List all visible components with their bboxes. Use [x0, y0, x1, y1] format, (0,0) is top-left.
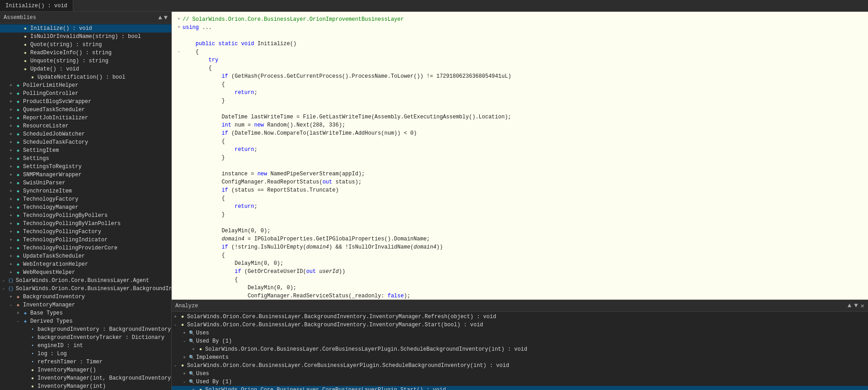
tree-item[interactable]: +◆UpdateTaskScheduler [0, 252, 171, 260]
tree-expander[interactable]: + [7, 116, 14, 121]
tree-item[interactable]: +◆PollerLimitHelper [0, 81, 171, 89]
analyze-item[interactable]: +🔍Uses [172, 370, 868, 378]
tree-item[interactable]: -{}SolarWinds.Orion.Core.BusinessLayer.A… [0, 277, 171, 285]
tree-item[interactable]: ▪engineID : int [0, 342, 171, 350]
tree-item[interactable]: ●Quote(string) : string [0, 41, 171, 49]
analyze-close-icon[interactable]: ✕ [861, 302, 864, 310]
tree-item[interactable]: +◆WebIntegrationHelper [0, 260, 171, 268]
assemblies-tree[interactable]: ●Initialize() : void ●IsNullOrInvalidNam… [0, 23, 171, 390]
tree-item[interactable]: +◆TechnologyPollingIndicator [0, 236, 171, 244]
analyze-item[interactable]: +🔍Uses [172, 329, 868, 337]
tree-item[interactable]: +◆Base Types [0, 309, 171, 317]
tree-expander[interactable]: + [7, 205, 14, 210]
tree-expander[interactable]: + [7, 99, 14, 104]
analyze-expander[interactable]: + [181, 371, 188, 376]
tree-item[interactable]: ●Unquote(string) : string [0, 57, 171, 65]
collapse-icon[interactable]: ▲ [158, 14, 162, 21]
tree-item[interactable]: +◆TechnologyFactory [0, 195, 171, 203]
tree-item[interactable]: +◆QueuedTaskScheduler [0, 106, 171, 114]
analyze-item[interactable]: -🔍Used By (1) [172, 337, 868, 345]
tab-initialize[interactable]: Initialize() : void [0, 0, 73, 11]
analyze-item[interactable]: +●SolarWinds.Orion.Core.BusinessLayer.Co… [172, 386, 868, 390]
tree-expander[interactable]: + [7, 262, 14, 267]
tree-item[interactable]: ▪refreshTimer : Timer [0, 358, 171, 366]
tree-item[interactable]: -◆InventoryManager [0, 301, 171, 309]
analyze-expander[interactable]: + [181, 331, 188, 336]
tree-expander[interactable]: + [7, 181, 14, 186]
code-expander[interactable]: + [175, 15, 183, 23]
tree-item[interactable]: +◆ScheduledJobWatcher [0, 130, 171, 138]
tree-expander[interactable]: + [7, 132, 14, 137]
expand-icon[interactable]: ▼ [164, 14, 168, 21]
analyze-item[interactable]: +🔍Implements [172, 353, 868, 362]
analyze-tree[interactable]: +●SolarWinds.Orion.Core.BusinessLayer.Ba… [172, 312, 868, 390]
analyze-expander[interactable]: + [181, 355, 188, 360]
tree-expander[interactable]: + [7, 164, 14, 169]
code-expander[interactable]: + [175, 23, 183, 32]
analyze-expander[interactable]: - [172, 363, 179, 368]
tree-item[interactable]: +◆WebRequestHelper [0, 268, 171, 277]
tree-expander[interactable]: + [7, 156, 14, 161]
tree-item[interactable]: ▪log : Log [0, 350, 171, 358]
tree-expander[interactable]: + [7, 140, 14, 145]
code-expander[interactable]: - [175, 48, 183, 56]
analyze-expander[interactable]: - [181, 380, 188, 385]
tree-item[interactable]: ●InventoryManager(int) [0, 382, 171, 390]
tree-item[interactable]: +◆Settings [0, 155, 171, 163]
analyze-down-icon[interactable]: ▼ [854, 302, 858, 310]
analyze-up-icon[interactable]: ▲ [848, 302, 851, 310]
analyze-expander[interactable]: - [181, 339, 188, 344]
tree-item[interactable]: ●IsNullOrInvalidName(string) : bool [0, 33, 171, 41]
tree-expander[interactable]: + [7, 83, 14, 88]
tree-item[interactable]: ▪backgroundInventory : BackgroundInvento… [0, 325, 171, 334]
analyze-expander[interactable]: + [190, 388, 197, 390]
tree-item[interactable]: -◆Derived Types [0, 317, 171, 325]
tree-expander[interactable]: + [7, 108, 14, 113]
tree-item[interactable]: +◆TechnologyManager [0, 203, 171, 211]
tree-item[interactable]: ●InventoryManager() [0, 366, 171, 374]
tree-item[interactable]: +◆SettingsToRegistry [0, 163, 171, 171]
analyze-item[interactable]: -🔍Used By (1) [172, 378, 868, 386]
tree-item[interactable]: +◆TechnologyPollingByPollers [0, 211, 171, 220]
tree-item[interactable]: -{}SolarWinds.Orion.Core.BusinessLayer.B… [0, 285, 171, 293]
tree-item[interactable]: +◆SwisUniParser [0, 179, 171, 187]
tree-expander[interactable]: + [7, 270, 14, 275]
tree-expander[interactable]: + [7, 295, 14, 300]
tree-item[interactable]: +◆ReportJobInitializer [0, 114, 171, 122]
tree-expander[interactable]: - [7, 303, 14, 308]
tree-item[interactable]: +◆TechnologyPollingFactory [0, 228, 171, 236]
tree-expander[interactable]: + [7, 254, 14, 259]
code-editor[interactable]: +// SolarWinds.Orion.Core.BusinessLayer.… [172, 12, 868, 300]
tree-expander[interactable]: + [7, 124, 14, 129]
tree-expander[interactable]: + [7, 91, 14, 96]
tree-expander[interactable]: + [7, 148, 14, 153]
tree-item[interactable]: +◆SNMPManagerWrapper [0, 171, 171, 179]
tree-expander[interactable]: + [7, 197, 14, 202]
tree-expander[interactable]: + [14, 311, 22, 316]
analyze-expander[interactable]: + [172, 315, 179, 320]
tree-item[interactable]: +◆ScheduledTaskFactory [0, 138, 171, 146]
tree-item[interactable]: +◆TechnologyPollingByVlanPollers [0, 220, 171, 228]
tree-expander[interactable]: + [7, 246, 14, 251]
tree-item[interactable]: +◆TechnologyPollingProviderCore [0, 244, 171, 252]
tree-item[interactable]: +◆ProductBlogSvcWrapper [0, 98, 171, 106]
tree-item[interactable]: ●Initialize() : void [0, 24, 171, 33]
tree-item[interactable]: ●Update() : void [0, 65, 171, 73]
tree-item[interactable]: +◆PollingController [0, 89, 171, 98]
tree-item[interactable]: +◆SettingItem [0, 146, 171, 155]
tree-item[interactable]: ●InventoryManager(int, BackgroundInvento… [0, 374, 171, 382]
tree-expander[interactable]: - [14, 319, 22, 324]
analyze-item[interactable]: +●SolarWinds.Orion.Core.BusinessLayer.Ba… [172, 313, 868, 321]
tree-expander[interactable]: + [7, 189, 14, 194]
analyze-item[interactable]: -●SolarWinds.Orion.Core.BusinessLayer.Ba… [172, 321, 868, 329]
analyze-expander[interactable]: + [190, 347, 197, 352]
tree-item[interactable]: +◆SynchronizeItem [0, 187, 171, 195]
tree-expander[interactable]: + [7, 213, 14, 218]
analyze-item[interactable]: +●SolarWinds.Orion.Core.BusinessLayer.Co… [172, 345, 868, 353]
analyze-expander[interactable]: - [172, 323, 179, 328]
tree-item[interactable]: ●ReadDeviceInfo() : string [0, 49, 171, 57]
tree-expander[interactable]: + [7, 221, 14, 226]
tree-item[interactable]: ●UpdateNotification() : bool [0, 73, 171, 81]
tree-expander[interactable]: - [0, 287, 7, 291]
analyze-item[interactable]: -●SolarWinds.Orion.Core.BusinessLayer.Co… [172, 362, 868, 370]
